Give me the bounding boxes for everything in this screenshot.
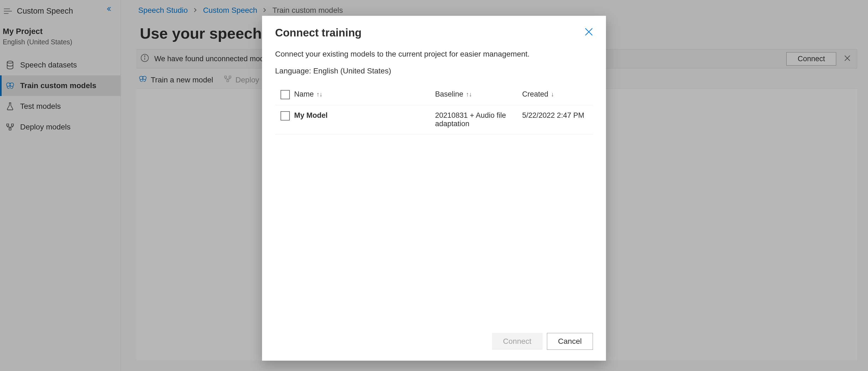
table-row[interactable]: My Model 20210831 + Audio file adaptatio…: [275, 105, 593, 134]
modal-cancel-button[interactable]: Cancel: [547, 333, 593, 350]
column-header-name[interactable]: Name ↑↓: [294, 90, 435, 98]
row-created: 5/22/2022 2:47 PM: [522, 111, 593, 120]
modal-title: Connect training: [275, 27, 593, 39]
modal-connect-button: Connect: [492, 333, 542, 350]
table-header: Name ↑↓ Baseline ↑↓ Created ↓: [275, 86, 593, 105]
connect-training-modal: Connect training Connect your existing m…: [262, 16, 606, 361]
modal-overlay[interactable]: Connect training Connect your existing m…: [0, 0, 868, 371]
table-body[interactable]: My Model 20210831 + Audio file adaptatio…: [275, 105, 593, 296]
sort-icon: ↑↓: [466, 91, 472, 98]
modal-language: Language: English (United States): [275, 67, 593, 75]
modal-description: Connect your existing models to the curr…: [275, 50, 593, 59]
modal-footer: Connect Cancel: [275, 325, 593, 350]
column-header-baseline[interactable]: Baseline ↑↓: [435, 90, 522, 98]
modal-close-button[interactable]: [585, 28, 593, 37]
model-table: Name ↑↓ Baseline ↑↓ Created ↓ My Model 2…: [275, 86, 593, 325]
sort-icon: ↓: [551, 91, 554, 98]
row-name: My Model: [294, 111, 435, 120]
row-checkbox[interactable]: [281, 111, 290, 121]
select-all-checkbox[interactable]: [281, 90, 290, 99]
sort-icon: ↑↓: [316, 91, 322, 98]
column-header-created[interactable]: Created ↓: [522, 90, 593, 98]
row-baseline: 20210831 + Audio file adaptation: [435, 111, 522, 128]
